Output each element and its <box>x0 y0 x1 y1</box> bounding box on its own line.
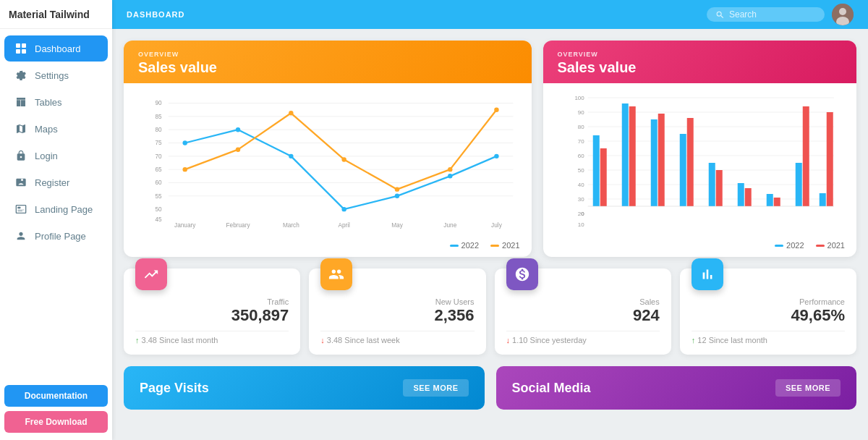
legend-bar-2022: 2022 <box>775 241 804 250</box>
trending-up-icon <box>143 266 159 282</box>
sidebar-item-label: Tables <box>35 97 62 108</box>
sidebar-item-register[interactable]: Register <box>4 169 108 195</box>
svg-point-42 <box>183 167 187 172</box>
social-media-see-more[interactable]: SEE MORE <box>775 379 841 397</box>
performance-icon-wrap <box>692 258 723 290</box>
svg-text:May: May <box>391 222 403 229</box>
legend-2021: 2021 <box>490 241 519 250</box>
svg-text:55: 55 <box>155 193 162 200</box>
search-box[interactable] <box>707 7 825 22</box>
sidebar-item-label: Maps <box>35 124 58 135</box>
page-visits-see-more[interactable]: SEE MORE <box>403 379 468 397</box>
svg-point-38 <box>341 207 346 211</box>
stats-row: Traffic 350,897 ↑ 3.48 Since last month <box>124 268 856 355</box>
download-button[interactable]: Free Download <box>4 411 108 433</box>
svg-rect-1 <box>22 43 26 48</box>
performance-value: 49,65% <box>791 306 845 325</box>
right-chart-body: 100 90 80 70 60 50 40 30 20 10 <box>543 83 856 257</box>
svg-text:June: June <box>443 222 456 229</box>
dollar-icon <box>514 266 530 282</box>
sidebar-item-dashboard[interactable]: Dashboard <box>4 35 108 62</box>
new-users-value: 2,356 <box>434 306 474 325</box>
user-card-icon <box>14 176 27 189</box>
svg-point-41 <box>494 154 498 158</box>
page-title: DASHBOARD <box>127 10 185 19</box>
charts-row: OVERVIEW Sales value <box>124 41 856 257</box>
svg-rect-0 <box>16 43 20 48</box>
svg-rect-80 <box>773 198 780 206</box>
sidebar-item-label: Dashboard <box>35 43 81 54</box>
svg-text:50: 50 <box>577 167 584 174</box>
stat-card-new-users: New Users 2,356 ↓ 3.48 Since last week <box>309 268 485 355</box>
sidebar-item-profile[interactable]: Profile Page <box>4 223 108 249</box>
svg-rect-71 <box>650 119 657 206</box>
sidebar-item-settings[interactable]: Settings <box>4 62 108 88</box>
svg-point-35 <box>183 140 187 145</box>
svg-text:70: 70 <box>577 138 584 145</box>
sidebar-nav: Dashboard Settings Tables <box>0 29 112 378</box>
svg-text:April: April <box>338 222 350 229</box>
traffic-change: ↑ 3.48 Since last month <box>135 331 289 344</box>
svg-text:75: 75 <box>155 140 162 146</box>
svg-rect-77 <box>737 183 744 206</box>
svg-rect-72 <box>658 114 664 206</box>
svg-point-44 <box>289 111 293 115</box>
svg-rect-69 <box>621 103 628 206</box>
sidebar-item-login[interactable]: Login <box>4 143 108 169</box>
sidebar-logo: Material Tailwind <box>0 0 112 29</box>
docs-button[interactable]: Documentation <box>4 385 108 407</box>
svg-text:65: 65 <box>155 166 162 173</box>
traffic-icon-wrap <box>135 258 167 290</box>
svg-text:100: 100 <box>574 95 584 101</box>
svg-text:0: 0 <box>581 211 584 217</box>
gear-icon <box>14 69 27 82</box>
svg-rect-74 <box>686 118 693 206</box>
avatar <box>832 4 854 25</box>
sidebar-item-landing[interactable]: Landing Page <box>4 196 108 222</box>
svg-point-40 <box>448 174 452 178</box>
svg-rect-81 <box>795 163 801 206</box>
landing-icon <box>14 203 27 216</box>
svg-rect-68 <box>600 148 606 206</box>
svg-point-48 <box>494 107 498 111</box>
social-media-title: Social Media <box>512 381 591 396</box>
svg-text:March: March <box>283 222 299 229</box>
svg-text:90: 90 <box>577 109 584 116</box>
sidebar-item-label: Login <box>35 151 58 161</box>
sidebar-item-maps[interactable]: Maps <box>4 116 108 142</box>
svg-rect-4 <box>17 207 20 209</box>
search-input[interactable] <box>729 9 816 20</box>
svg-rect-79 <box>766 194 773 206</box>
right-chart-legend: 2022 2021 <box>555 241 845 250</box>
svg-rect-3 <box>22 49 26 54</box>
sales-icon-wrap <box>506 258 538 290</box>
arrow-down-icon: ↓ <box>320 336 325 344</box>
svg-point-45 <box>341 157 346 161</box>
sidebar-item-label: Register <box>35 177 69 188</box>
svg-point-39 <box>395 194 399 198</box>
legend-bar-2021: 2021 <box>816 241 845 250</box>
svg-rect-82 <box>802 106 809 206</box>
svg-rect-6 <box>17 211 22 211</box>
svg-text:30: 30 <box>577 196 584 203</box>
map-icon <box>14 122 27 135</box>
sidebar-item-label: Settings <box>35 70 69 81</box>
svg-rect-2 <box>16 49 20 54</box>
traffic-value: 350,897 <box>231 306 289 325</box>
svg-rect-5 <box>17 210 24 211</box>
header-right <box>707 4 854 25</box>
svg-point-8 <box>839 8 846 15</box>
sidebar-item-tables[interactable]: Tables <box>4 89 108 115</box>
sales-change: ↓ 1.10 Since yesterday <box>506 331 660 344</box>
svg-rect-75 <box>708 163 715 206</box>
arrow-up-icon: ↑ <box>692 336 696 344</box>
svg-rect-73 <box>679 134 686 206</box>
table-icon <box>14 96 27 109</box>
legend-2022: 2022 <box>450 241 479 250</box>
svg-rect-78 <box>744 188 751 206</box>
page-visits-card: Page Visits SEE MORE <box>124 366 485 410</box>
svg-text:50: 50 <box>155 206 162 213</box>
bottom-row: Page Visits SEE MORE Social Media SEE MO… <box>124 366 856 410</box>
left-chart-card: OVERVIEW Sales value <box>124 41 532 257</box>
logo-text: Material Tailwind <box>9 9 90 20</box>
